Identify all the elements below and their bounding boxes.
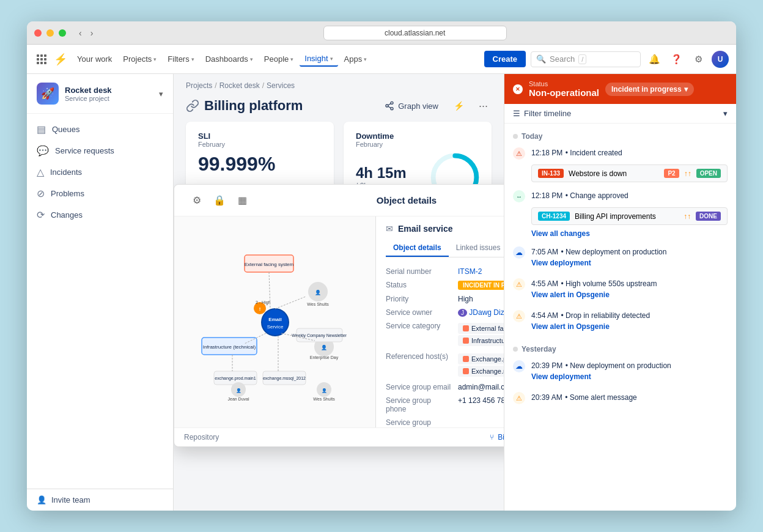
sidebar-nav: ▤ Queues 💬 Service requests △ Incidents … bbox=[27, 114, 173, 231]
sidebar-header: 🚀 Rocket desk Service project ▾ bbox=[27, 74, 173, 114]
view-alert1-link[interactable]: View alert in Opsgenie bbox=[531, 289, 610, 300]
graph-view-button[interactable]: Graph view bbox=[380, 98, 443, 113]
user-avatar[interactable]: U bbox=[712, 51, 729, 68]
referenced-hosts-values: Exchange.prod.main1 Exchange.mssql_2012 bbox=[458, 352, 504, 378]
service-header: Billing platform Graph view ⚡ ··· bbox=[174, 92, 504, 122]
view-all-changes-link[interactable]: View all changes bbox=[531, 228, 590, 239]
nav-people[interactable]: People ▾ bbox=[259, 52, 298, 66]
svg-text:exchange.mssql_2012: exchange.mssql_2012 bbox=[262, 376, 305, 381]
notifications-button[interactable]: 🔔 bbox=[646, 51, 663, 68]
sidebar-item-problems[interactable]: ⊘ Problems bbox=[27, 183, 173, 204]
address-bar[interactable]: cloud.atlassian.net bbox=[323, 26, 507, 40]
deploy-time: 7:05 AM bbox=[531, 248, 558, 256]
jira-bolt-icon: ⚡ bbox=[54, 53, 67, 66]
svg-text:Enterprise Day: Enterprise Day bbox=[309, 355, 338, 360]
view-all-changes-wrapper: View all changes bbox=[513, 227, 728, 238]
nav-dashboards[interactable]: Dashboards ▾ bbox=[201, 52, 258, 66]
deployment-icon: ☁ bbox=[513, 246, 525, 259]
detail-priority: Priority High bbox=[386, 292, 504, 306]
modal-tabs: Object details Linked issues Linked page… bbox=[386, 240, 504, 257]
nav-apps[interactable]: Apps ▾ bbox=[339, 52, 372, 66]
detail-status: Status INCIDENT IN PROGRESS bbox=[386, 278, 504, 292]
modal-lock-button[interactable]: 🔒 bbox=[211, 192, 228, 209]
footer-repo-link[interactable]: ⑂ Billing_platform_repo bbox=[490, 433, 504, 441]
service-graph-svg: External facing system Email Service ! 2… bbox=[183, 237, 367, 408]
yesterday-alert-time-desc: 20:39 AM • Some alert message bbox=[531, 391, 728, 402]
project-dropdown-button[interactable]: ▾ bbox=[159, 89, 163, 98]
nav-filters[interactable]: Filters ▾ bbox=[163, 52, 199, 66]
svg-text:Wes Shults: Wes Shults bbox=[313, 397, 335, 401]
back-button[interactable]: ‹ bbox=[76, 27, 85, 39]
deploy-desc: • New deployment on production bbox=[561, 248, 666, 256]
create-button[interactable]: Create bbox=[484, 51, 526, 67]
modal-graph: External facing system Email Service ! 2… bbox=[174, 216, 376, 427]
detail-service-category: Service category External facing system … bbox=[386, 319, 504, 350]
apps-grid-icon[interactable] bbox=[34, 52, 49, 67]
view-deployment-link[interactable]: View deployment bbox=[531, 257, 591, 268]
service-owner-value[interactable]: J JDawg Dizzle bbox=[458, 308, 504, 317]
invite-team-button[interactable]: 👤 Invite team bbox=[27, 489, 173, 511]
view-yesterday-deployment-link[interactable]: View deployment bbox=[531, 371, 591, 382]
sidebar-item-service-requests[interactable]: 💬 Service requests bbox=[27, 140, 173, 161]
status-info: Status Non-operational bbox=[529, 80, 599, 98]
repo-name: Billing_platform_repo bbox=[498, 433, 504, 441]
breadcrumb-sep1: / bbox=[215, 81, 216, 90]
alert1-time: 4:55 AM bbox=[531, 279, 558, 288]
service-name: Billing platform bbox=[204, 98, 303, 114]
forward-button[interactable]: › bbox=[87, 27, 97, 39]
nav-projects[interactable]: Projects ▾ bbox=[118, 52, 161, 66]
breadcrumb-rocket-desk[interactable]: Rocket desk bbox=[219, 81, 260, 90]
timeline-yesterday-deploy: ☁ 20:39 PM • New deployment on productio… bbox=[513, 357, 728, 384]
people-label: People bbox=[264, 54, 289, 64]
nav-insight[interactable]: Insight ▾ bbox=[300, 51, 337, 67]
minimize-window-button[interactable] bbox=[46, 29, 54, 37]
service-category-values: External facing system Infrastructure (T… bbox=[458, 322, 504, 347]
breadcrumb-sep2: / bbox=[262, 81, 264, 90]
status-dot-icon bbox=[513, 84, 523, 94]
sidebar-item-changes[interactable]: ⟳ Changes bbox=[27, 204, 173, 226]
apps-label: Apps bbox=[344, 54, 363, 64]
nav-icons: 🔔 ❓ ⚙ U bbox=[646, 51, 729, 68]
incident-badge-label: Incident in progress bbox=[611, 85, 682, 94]
chip-color-2-icon bbox=[463, 338, 469, 344]
search-bar[interactable]: 🔍 Search / bbox=[531, 51, 641, 67]
more-options-button[interactable]: ··· bbox=[475, 98, 492, 114]
service-link-icon bbox=[186, 99, 199, 113]
nav-your-work[interactable]: Your work bbox=[72, 52, 117, 66]
yesterday-alert-desc: • Some alert message bbox=[565, 393, 637, 402]
repo-icon: ⑂ bbox=[490, 433, 494, 441]
alert1-desc: • High volume 550s upstream bbox=[561, 279, 657, 288]
svg-text:External facing system: External facing system bbox=[244, 262, 293, 267]
tab-object-details[interactable]: Object details bbox=[386, 240, 449, 257]
close-window-button[interactable] bbox=[34, 29, 42, 37]
chip-color-4-icon bbox=[463, 368, 469, 374]
footer-repository-label: Repository bbox=[184, 433, 219, 441]
chip-color-icon bbox=[463, 325, 469, 331]
tab-linked-issues[interactable]: Linked issues bbox=[449, 240, 504, 257]
modal-filter-button[interactable]: ⚙ bbox=[190, 192, 204, 209]
modal-footer: Repository ⑂ Billing_platform_repo bbox=[174, 427, 504, 446]
filter-bar[interactable]: ☰ Filter timeline ▾ bbox=[504, 104, 736, 124]
lightning-action-button[interactable]: ⚡ bbox=[451, 97, 468, 114]
view-alert2-link[interactable]: View alert in Opsgenie bbox=[531, 321, 610, 332]
app-navbar: ⚡ Your work Projects ▾ Filters ▾ Dashboa… bbox=[27, 45, 736, 74]
settings-button[interactable]: ⚙ bbox=[690, 51, 707, 68]
dashboards-label: Dashboards bbox=[205, 54, 248, 64]
chip-label-4: Exchange.mssql_2012 bbox=[471, 368, 504, 375]
maximize-window-button[interactable] bbox=[59, 29, 66, 37]
modal-table-button[interactable]: ▦ bbox=[235, 192, 249, 209]
modal-object-title: Email service bbox=[398, 224, 453, 234]
sidebar-item-queues[interactable]: ▤ Queues bbox=[27, 119, 173, 140]
sidebar: 🚀 Rocket desk Service project ▾ ▤ Queues… bbox=[27, 74, 174, 511]
downtime-label: Downtime bbox=[356, 131, 479, 141]
filter-label: Filter timeline bbox=[524, 109, 571, 118]
breadcrumb-projects[interactable]: Projects bbox=[186, 81, 212, 90]
sidebar-item-incidents[interactable]: △ Incidents bbox=[27, 161, 173, 183]
help-button[interactable]: ❓ bbox=[668, 51, 685, 68]
filters-label: Filters bbox=[168, 54, 189, 64]
change-card-wrapper: CH-1234 Billing API improvements ↑↑ DONE bbox=[513, 207, 728, 225]
alert2-time-desc: 4:54 AM • Drop in reliability detected bbox=[531, 309, 728, 320]
search-placeholder: Search bbox=[550, 54, 575, 64]
change-card-ch1234: CH-1234 Billing API improvements ↑↑ DONE bbox=[531, 207, 728, 225]
priority-value: High bbox=[458, 295, 504, 303]
